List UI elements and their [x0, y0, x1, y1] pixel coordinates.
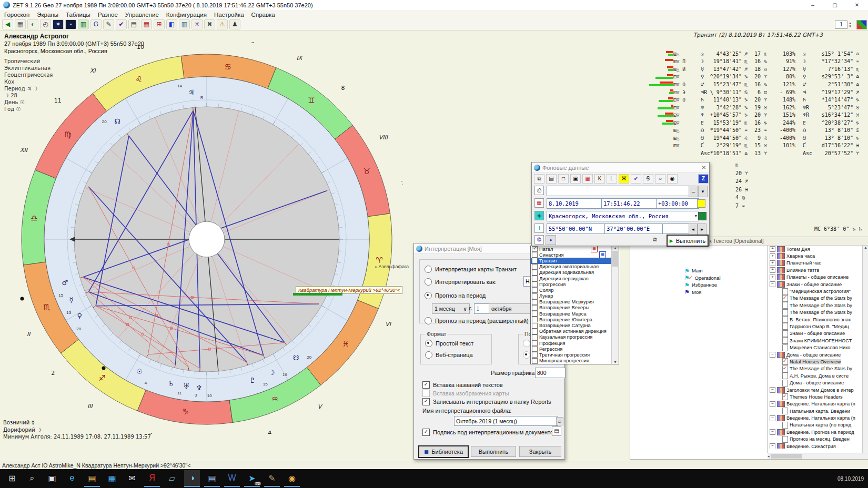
page-spinner[interactable]: ▲▼ [849, 22, 852, 28]
library-button[interactable]: ≣ Библиотека [418, 445, 469, 458]
map-icon[interactable]: ◈ [534, 211, 544, 220]
tree-item-26[interactable]: −Введение. Прогноз на период [768, 429, 862, 435]
graph-size-input[interactable]: 800 [535, 368, 566, 378]
close-button[interactable]: ✕ [846, 0, 868, 10]
checkbox[interactable] [532, 317, 538, 322]
file-browse-button[interactable]: ▱ [556, 417, 563, 425]
red-grid-icon[interactable]: ▦ [582, 174, 593, 184]
checkbox[interactable] [532, 293, 538, 299]
tree-item-10[interactable]: В. Веташ. Психология знак [768, 316, 862, 323]
collapse-icon[interactable]: − [770, 443, 775, 449]
calendar-red-icon[interactable]: ▦ [141, 19, 152, 29]
collapse-icon[interactable]: − [770, 401, 775, 407]
tree-item-8[interactable]: The Message of the Stars by [768, 302, 862, 309]
chart-type-scrollbar[interactable]: ▲ ▼ [611, 246, 619, 364]
tree-item-6[interactable]: "Медицинская астрология" [768, 288, 862, 294]
radio-format-plain[interactable]: Простой текст [425, 340, 473, 347]
collapse-icon[interactable]: − [770, 281, 775, 287]
task-view-icon[interactable]: ▣ [44, 470, 60, 487]
latitude-input[interactable]: 55°50'00.00"N [547, 223, 607, 234]
checkbox[interactable] [532, 252, 538, 258]
dash-button[interactable]: – [689, 186, 698, 197]
place-combobox[interactable]: Красногорск, Московская обл., Россия▼ [547, 211, 699, 221]
tree-item-0[interactable]: +Тотем Дня [768, 246, 862, 252]
blue-calendar-icon[interactable]: ▦ [599, 251, 606, 258]
collapse-icon[interactable]: − [770, 429, 775, 435]
period-day-input[interactable]: 1 [474, 303, 490, 314]
checkbox[interactable] [532, 358, 538, 364]
tree-item-1[interactable]: +Хварна часа [768, 252, 862, 259]
longitude-input[interactable]: 37°20'00.00"E [604, 223, 664, 234]
small-circle-icon[interactable]: ○ [655, 174, 665, 184]
store-icon[interactable]: ▦ [104, 470, 120, 487]
search-icon[interactable]: ⌕ [24, 470, 40, 487]
menu-item-6[interactable]: Настройка [214, 12, 244, 18]
menu-item-7[interactable]: Справка [251, 12, 275, 18]
checkbox[interactable] [532, 276, 538, 281]
background-dialog-titlebar[interactable]: Фоновые данные ✕ [532, 162, 709, 173]
green-chart-icon[interactable]: ▥ [78, 19, 89, 29]
chart-type-14[interactable]: Обратная истинная дирекция [531, 329, 611, 334]
tree-item-3[interactable]: +Влияние таттв [768, 267, 862, 273]
tree-item-24[interactable]: −Введение. Натальная карта (п [768, 414, 862, 421]
chart-type-11[interactable]: Возвращение Марса [531, 311, 611, 317]
scroll-thumb[interactable] [612, 251, 618, 267]
tree-item-17[interactable]: The Message of the Stars by [768, 365, 862, 372]
minimize-button[interactable]: – [802, 0, 824, 10]
warning-icon[interactable]: ⚠ [217, 19, 228, 29]
chrome-icon[interactable]: ◉ [284, 470, 300, 487]
calendar-small-icon[interactable]: ⊞ [154, 19, 165, 29]
step-forward-button[interactable]: ► [698, 223, 706, 235]
chart-type-12[interactable]: Возвращение Юпитера [531, 317, 611, 322]
checkbox[interactable] [532, 323, 538, 329]
library-group-main[interactable]: ⚑Main [684, 268, 702, 273]
scroll-up-icon[interactable]: ▲ [613, 246, 617, 250]
taskbar-clock[interactable]: 08.10.2019 [837, 476, 864, 482]
event-combobox[interactable] [547, 186, 691, 196]
chart-type-5[interactable]: Дирекция персидская [531, 276, 611, 281]
letter-zh-icon[interactable]: Ж [619, 174, 629, 184]
library-texts-tree[interactable]: +Тотем Дня+Хварна часа+Планетный час+Вли… [768, 246, 862, 449]
tree-item-16[interactable]: Natal Houses Overview [768, 358, 862, 365]
save-icon[interactable]: ▣ [570, 174, 581, 184]
start-button[interactable]: ⊞ [4, 470, 20, 487]
checkbox-save-reports[interactable]: ✓Записывать интерпретацию в папку Report… [422, 398, 551, 405]
letter-k-icon[interactable]: K [594, 174, 605, 184]
mail-icon[interactable]: ✉ [124, 470, 140, 487]
checkbox-insert-titles[interactable]: ✓Вставка названий текстов [422, 381, 503, 389]
collapse-icon[interactable]: − [770, 352, 775, 358]
tree-item-18[interactable]: А.Н. Рыжов. Дома в систе [768, 372, 862, 379]
copy-edit-icon[interactable]: ✎ [103, 19, 114, 29]
date-input[interactable]: 8.10.2019 [547, 198, 603, 209]
checkbox[interactable] [532, 287, 538, 293]
menu-item-5[interactable]: Конфигурация [166, 12, 207, 18]
radio-forecast-period-ext[interactable]: Прогноз на период (расширенный) [425, 317, 529, 324]
page-number-input[interactable]: 1 [835, 21, 847, 29]
tree-item-12[interactable]: Знаки - общее описание [768, 330, 862, 337]
scroll-thumb[interactable] [771, 454, 802, 459]
tools-icon[interactable]: ✖ [204, 19, 215, 29]
radio-interpret-as[interactable]: Интерпретировать как: [425, 278, 497, 286]
time-input[interactable]: 17:51:46.22 [601, 198, 658, 209]
close-icon[interactable]: ✕ [699, 165, 709, 170]
copy-icon[interactable]: ⧉ [534, 174, 544, 184]
calendar-icon[interactable]: ▦ [534, 198, 544, 208]
explorer-icon[interactable]: ▤ [84, 470, 100, 487]
chart-type-2[interactable]: ✓Транзит [531, 258, 611, 263]
checkbox[interactable]: ✓ [532, 258, 538, 263]
zet-icon[interactable]: ◑ [184, 470, 200, 487]
signature-doc-icon[interactable]: ▤ [552, 426, 561, 436]
tree-item-2[interactable]: +Планетный час [768, 260, 862, 267]
tree-item-19[interactable]: Дома - общее описание [768, 379, 862, 386]
checkbox[interactable] [532, 311, 538, 317]
starmap-icon[interactable]: ✶ [53, 19, 64, 29]
expand-icon[interactable]: + [770, 267, 775, 273]
chart-type-18[interactable]: Третичная прогрессия [531, 352, 611, 358]
chart-type-10[interactable]: Возвращение Венеры [531, 305, 611, 311]
library-vertical-scrollbar[interactable]: ▲ [862, 246, 868, 453]
checkbox[interactable] [532, 299, 538, 305]
library-groups-tree[interactable]: ⚑Main⚑✓Operational⚑Избранное⚑Моя [630, 246, 768, 453]
atom-icon[interactable]: ❂ [534, 235, 544, 245]
expand-icon[interactable]: + [770, 246, 775, 252]
table-icon[interactable]: ▦ [15, 19, 26, 29]
